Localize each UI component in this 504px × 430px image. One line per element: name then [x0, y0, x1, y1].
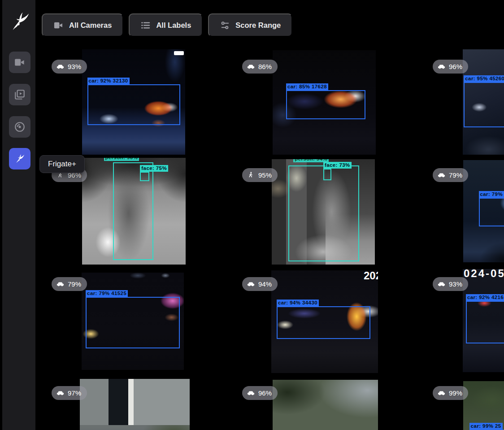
thumbnail[interactable]: car: 99% 25: [463, 381, 504, 430]
camera-timestamp-fragment: 202: [364, 270, 378, 282]
sidebar-item-review[interactable]: [9, 84, 30, 105]
frigate-bird-icon: [14, 153, 26, 165]
score-badge-label: 86%: [258, 63, 272, 70]
score-badge-label: 95%: [258, 171, 272, 179]
car-icon: [438, 171, 445, 179]
face-label: face: 75%: [140, 165, 168, 172]
clipped-label-fragment: person: 94%: [293, 159, 329, 162]
sidebar-item-cameras[interactable]: [9, 52, 30, 73]
face-box: [140, 172, 149, 181]
thumbnail[interactable]: car: 97% 40432: [80, 379, 190, 430]
score-badge: 95%: [242, 168, 278, 182]
car-icon: [247, 63, 255, 70]
score-badge: 93%: [433, 277, 468, 291]
sidebar: [2, 0, 35, 430]
score-badge: 79%: [52, 277, 87, 291]
score-badge: 96%: [433, 60, 468, 74]
detection-label: car: 94% 34430: [277, 300, 319, 306]
detection-card[interactable]: car: 97% 40432 97%: [46, 376, 237, 430]
detection-card[interactable]: car: 79% 79%: [427, 158, 504, 266]
detection-box: [464, 82, 504, 127]
clipped-label-fragment: person: 96%: [104, 158, 139, 161]
thumbnail[interactable]: car: 79% 41525: [82, 273, 184, 370]
disc-icon: [14, 121, 26, 133]
car-icon: [56, 63, 64, 70]
detection-card[interactable]: face: 73% person: 94% 95%: [237, 158, 427, 266]
score-badge-label: 79%: [449, 171, 462, 179]
thumbnail[interactable]: face: 75% person: 96%: [82, 158, 186, 265]
thumbnail[interactable]: car: 79%: [463, 160, 504, 262]
person-icon: [247, 171, 255, 179]
detection-label: car: 79% 41525: [86, 290, 128, 297]
all-labels-label: All Labels: [156, 21, 191, 30]
face-label: face: 73%: [323, 162, 352, 169]
detection-box: [286, 90, 365, 119]
score-badge: 99%: [433, 386, 468, 400]
car-icon: [438, 280, 445, 288]
detection-card[interactable]: car: 92% 32130 93%: [46, 49, 237, 158]
frigate-plus-tooltip: Frigate+: [39, 155, 85, 173]
score-badge: 96%: [242, 386, 278, 400]
detection-card[interactable]: car: 94% 34430 202 94%: [237, 267, 427, 375]
score-range-button[interactable]: Score Range: [208, 13, 292, 37]
thumbnail[interactable]: car: 94% 34430 202: [271, 270, 378, 373]
timestamp-block-fragment: [174, 51, 184, 55]
filter-toolbar: All Cameras All Labels Score Range: [42, 13, 292, 37]
score-badge-label: 93%: [449, 280, 462, 288]
all-cameras-label: All Cameras: [69, 21, 112, 30]
detection-label: car: 79%: [479, 191, 504, 198]
review-play-icon: [14, 89, 26, 100]
score-badge: 93%: [52, 60, 87, 74]
tooltip-label: Frigate+: [48, 160, 76, 168]
score-range-label: Score Range: [235, 21, 281, 30]
score-badge-label: 96%: [449, 63, 462, 70]
all-cameras-button[interactable]: All Cameras: [42, 13, 123, 37]
score-badge-label: 94%: [258, 280, 272, 288]
face-box: [323, 169, 331, 180]
detection-box: [87, 84, 180, 126]
car-icon: [247, 389, 255, 397]
thumbnail[interactable]: car: 96% 29493: [273, 380, 378, 430]
car-icon: [247, 280, 255, 288]
car-icon: [438, 389, 445, 397]
score-badge: 97%: [52, 386, 87, 400]
score-badge: 94%: [242, 277, 278, 291]
frigate-bird-icon: [8, 10, 31, 33]
detection-card[interactable]: car: 99% 25 99%: [427, 376, 504, 430]
score-badge-label: 97%: [68, 389, 81, 397]
detection-box: [86, 297, 180, 348]
list-icon: [140, 20, 151, 30]
sidebar-item-frigate-plus[interactable]: [9, 148, 30, 169]
explore-main: All Cameras All Labels Score Range car: …: [35, 0, 504, 430]
thumbnail[interactable]: car: 85% 17628: [273, 50, 376, 155]
all-labels-button[interactable]: All Labels: [129, 13, 203, 37]
detection-box: [466, 301, 504, 343]
detection-label: car: 92% 4216: [466, 294, 504, 301]
video-camera-icon: [53, 20, 64, 30]
thumbnail[interactable]: car: 92% 32130: [82, 49, 185, 155]
detection-card[interactable]: car: 79% 41525 79%: [46, 267, 237, 375]
thumbnail[interactable]: face: 73% person: 94%: [272, 159, 375, 265]
sidebar-item-exports[interactable]: [9, 116, 30, 138]
detection-label: car: 99% 25: [469, 423, 503, 430]
thumbnail[interactable]: car: 92% 4216 024-05 0: [463, 269, 504, 372]
frigate-logo: [8, 10, 31, 36]
detection-box: [479, 198, 504, 226]
detection-card[interactable]: car: 92% 4216 024-05 0 93%: [427, 267, 504, 375]
detection-label: car: 95% 45260: [464, 75, 504, 82]
detection-card[interactable]: car: 85% 17628 86%: [237, 49, 427, 158]
detection-card[interactable]: car: 95% 45260 96%: [427, 49, 504, 158]
video-camera-icon: [14, 56, 26, 68]
thumbnail[interactable]: car: 95% 45260: [463, 49, 504, 155]
detection-label: car: 85% 17628: [286, 83, 328, 90]
score-badge: 79%: [433, 168, 468, 182]
car-icon: [56, 280, 64, 288]
detection-box: [277, 306, 370, 339]
detection-card[interactable]: car: 96% 29493 96%: [237, 376, 427, 430]
car-icon: [438, 63, 445, 70]
score-badge-label: 99%: [449, 389, 462, 397]
car-icon: [56, 389, 64, 397]
detection-card[interactable]: face: 75% person: 96% 96%: [46, 158, 237, 266]
score-badge-label: 79%: [68, 280, 81, 288]
sliders-icon: [220, 20, 230, 30]
